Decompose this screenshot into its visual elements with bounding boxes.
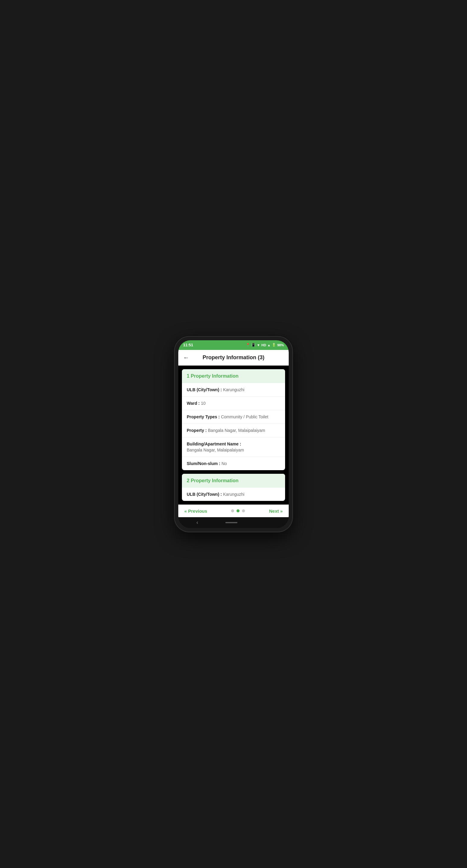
ulb-row: ULB (City/Town) : Karunguzhi bbox=[182, 383, 285, 397]
slum-value: No bbox=[222, 461, 227, 466]
property-row: Property : Bangala Nagar, Malaipalaiyam bbox=[182, 424, 285, 437]
status-bar: 11:51 📍 📳 ▼ HD ▲ 🔋 98% bbox=[178, 340, 289, 350]
back-button[interactable]: ← bbox=[183, 354, 189, 361]
building-row: Building/Apartment Name : Bangala Nagar,… bbox=[182, 437, 285, 457]
status-icons: 📍 📳 ▼ HD ▲ 🔋 98% bbox=[246, 343, 284, 347]
dot-1 bbox=[231, 509, 234, 513]
page-dots bbox=[231, 509, 245, 513]
wifi-icon: ▼ bbox=[257, 343, 260, 347]
system-nav: ‹ bbox=[178, 517, 289, 528]
hd-label: HD bbox=[261, 343, 266, 347]
battery-percent: 98% bbox=[277, 343, 284, 347]
section1-header: 1 Property Information bbox=[182, 369, 285, 383]
section2-card: 2 Property Information ULB (City/Town) :… bbox=[182, 474, 285, 501]
battery-icon: 🔋 bbox=[272, 343, 276, 347]
section1-body: ULB (City/Town) : Karunguzhi Ward : 10 P… bbox=[182, 383, 285, 470]
ulb-value: Karunguzhi bbox=[223, 387, 244, 392]
building-value: Bangala Nagar, Malaipalaiyam bbox=[187, 447, 280, 453]
property-value: Bangala Nagar, Malaipalaiyam bbox=[208, 428, 265, 433]
section1-card: 1 Property Information ULB (City/Town) :… bbox=[182, 369, 285, 470]
section2-ulb-value: Karunguzhi bbox=[223, 492, 244, 497]
dot-3 bbox=[242, 509, 245, 513]
status-time: 11:51 bbox=[183, 343, 193, 347]
location-icon: 📍 bbox=[246, 343, 250, 347]
previous-button[interactable]: « Previous bbox=[184, 508, 207, 514]
property-types-label: Property Types : bbox=[187, 414, 220, 419]
ward-label: Ward : bbox=[187, 401, 200, 406]
page-title: Property Information (3) bbox=[193, 354, 274, 361]
next-button[interactable]: Next » bbox=[269, 508, 283, 514]
property-types-value: Community / Public Toilet bbox=[221, 414, 268, 419]
signal-icon: ▲ bbox=[267, 343, 271, 347]
property-label: Property : bbox=[187, 428, 207, 433]
section2-title: 2 Property Information bbox=[187, 478, 239, 483]
section2-ulb-label: ULB (City/Town) : bbox=[187, 492, 222, 497]
phone-screen: 11:51 📍 📳 ▼ HD ▲ 🔋 98% ← Property Inform… bbox=[178, 340, 289, 528]
app-header: ← Property Information (3) bbox=[178, 350, 289, 366]
vibrate-icon: 📳 bbox=[251, 343, 256, 347]
bottom-nav: « Previous Next » bbox=[178, 504, 289, 517]
building-label: Building/Apartment Name : bbox=[187, 441, 280, 446]
dot-2 bbox=[236, 509, 239, 513]
section2-ulb-row: ULB (City/Town) : Karunguzhi bbox=[182, 488, 285, 501]
section2-body: ULB (City/Town) : Karunguzhi bbox=[182, 488, 285, 501]
phone-shell: 11:51 📍 📳 ▼ HD ▲ 🔋 98% ← Property Inform… bbox=[175, 337, 292, 532]
ward-value: 10 bbox=[201, 401, 206, 406]
home-pill[interactable] bbox=[225, 522, 237, 523]
section1-title: 1 Property Information bbox=[187, 373, 239, 378]
ward-row: Ward : 10 bbox=[182, 397, 285, 410]
main-content: 1 Property Information ULB (City/Town) :… bbox=[178, 366, 289, 504]
slum-row: Slum/Non-slum : No bbox=[182, 457, 285, 470]
slum-label: Slum/Non-slum : bbox=[187, 461, 220, 466]
ulb-label: ULB (City/Town) : bbox=[187, 387, 222, 392]
section2-header: 2 Property Information bbox=[182, 474, 285, 488]
system-back-button[interactable]: ‹ bbox=[196, 519, 198, 526]
property-types-row: Property Types : Community / Public Toil… bbox=[182, 410, 285, 424]
